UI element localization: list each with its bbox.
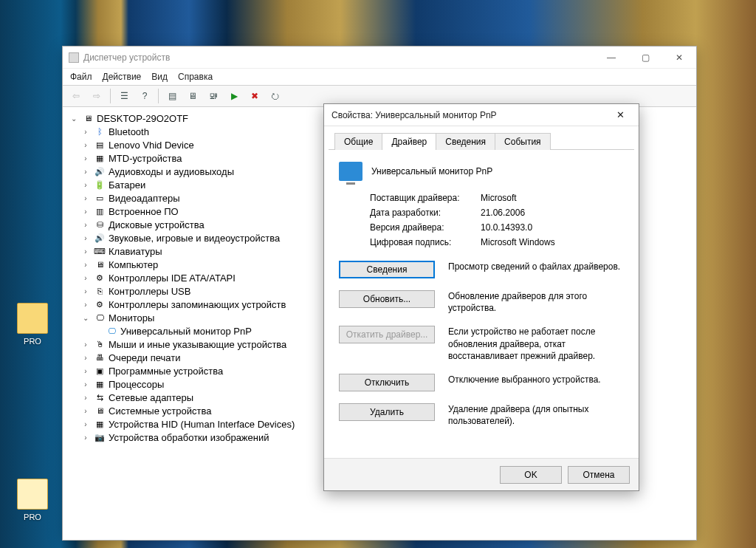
close-button[interactable]: ✕ [609, 109, 631, 120]
expander-icon[interactable]: › [80, 286, 91, 296]
desktop-icon-label: PRO [10, 513, 55, 521]
disable-desc: Отключение выбранного устройства. [448, 374, 624, 386]
expander-icon[interactable]: › [80, 206, 91, 216]
dialog-title-bar[interactable]: Свойства: Универсальный монитор PnP ✕ [324, 104, 639, 126]
close-button[interactable]: ✕ [662, 47, 696, 69]
ok-button[interactable]: OK [500, 466, 562, 484]
tab-bar: Общие Драйвер Сведения События [329, 126, 634, 150]
expander-icon[interactable]: › [80, 126, 91, 137]
expander-icon[interactable]: ⌄ [69, 113, 79, 123]
rollback-driver-button: Откатить драйвер... [339, 326, 435, 343]
maximize-button[interactable]: ▢ [628, 47, 662, 69]
menu-view[interactable]: Вид [151, 72, 168, 82]
software-icon: ▣ [94, 366, 106, 376]
cancel-button[interactable]: Отмена [568, 466, 630, 484]
update-driver-icon[interactable]: 🖳 [205, 88, 222, 104]
expander-icon[interactable]: › [80, 392, 91, 403]
tab-driver[interactable]: Драйвер [382, 133, 436, 150]
expander-icon[interactable]: › [80, 259, 91, 270]
expander-icon[interactable]: › [80, 193, 91, 203]
update-driver-desc: Обновление драйверов для этого устройств… [448, 290, 624, 314]
expander-icon[interactable]: › [80, 179, 91, 190]
desktop-icon[interactable]: PRO [10, 479, 55, 521]
expander-icon[interactable]: › [80, 299, 91, 309]
dialog-body: Универсальный монитор PnP Поставщик драй… [324, 150, 639, 458]
battery-icon: 🔋 [94, 179, 106, 190]
folder-icon [17, 303, 48, 334]
uninstall-button[interactable]: Удалить [339, 403, 435, 421]
driver-details-desc: Просмотр сведений о файлах драйверов. [448, 261, 624, 273]
window-title: Диспетчер устройств [83, 52, 170, 63]
expander-icon[interactable]: › [80, 432, 91, 442]
desktop-icon[interactable]: PRO [10, 303, 55, 346]
forward-icon: ⇨ [88, 88, 106, 104]
expander-icon[interactable]: › [80, 339, 91, 349]
menu-action[interactable]: Действие [103, 72, 142, 82]
scan-icon[interactable]: 🖥 [184, 88, 202, 104]
expander-icon[interactable]: › [80, 273, 91, 283]
dialog-title: Свойства: Универсальный монитор PnP [331, 110, 497, 120]
display-adapter-icon: ▭ [94, 193, 106, 203]
rollback-driver-desc: Если устройство не работает после обновл… [448, 326, 624, 362]
printer-icon: 🖶 [94, 352, 106, 363]
monitor-icon: 🖵 [106, 326, 117, 336]
usb-icon: ⎘ [94, 286, 106, 296]
storage-icon: ⚙ [94, 299, 106, 309]
menu-bar: Файл Действие Вид Справка [63, 69, 696, 85]
uninstall-desc: Удаление драйвера (для опытных пользоват… [448, 403, 624, 427]
device-icon: ▤ [94, 140, 106, 150]
computer-icon: 🖥 [82, 113, 94, 123]
help-icon[interactable]: ? [136, 88, 154, 104]
monitor-icon: 🖵 [94, 312, 106, 323]
dialog-footer: OK Отмена [324, 458, 639, 490]
controller-icon: ⚙ [94, 273, 106, 283]
show-hide-icon[interactable]: ☰ [115, 88, 133, 104]
minimize-button[interactable]: — [594, 47, 628, 69]
bluetooth-icon: ᛒ [94, 126, 106, 137]
cpu-icon: ▦ [94, 379, 106, 389]
firmware-icon: ▥ [94, 206, 106, 216]
hid-icon: ▦ [94, 419, 106, 429]
expander-icon[interactable]: › [80, 352, 91, 363]
properties-dialog: Свойства: Универсальный монитор PnP ✕ Об… [323, 103, 639, 491]
driver-details-button[interactable]: Сведения [339, 261, 435, 278]
back-icon: ⇦ [67, 88, 85, 104]
tab-general[interactable]: Общие [334, 133, 382, 150]
monitor-icon [339, 162, 362, 181]
update-driver-button[interactable]: Обновить... [339, 290, 435, 308]
expander-icon[interactable]: ⌄ [80, 312, 91, 323]
app-icon [69, 52, 79, 63]
imaging-icon: 📷 [94, 432, 106, 442]
value-provider: Microsoft [481, 193, 517, 203]
label-signer: Цифровая подпись: [370, 237, 481, 247]
uninstall-icon[interactable]: ✖ [246, 88, 264, 104]
label-provider: Поставщик драйвера: [370, 193, 481, 203]
label-version: Версия драйвера: [370, 222, 481, 233]
menu-help[interactable]: Справка [178, 72, 213, 82]
expander-icon[interactable]: › [80, 366, 91, 376]
enable-icon[interactable]: ▶ [225, 88, 243, 104]
disable-button[interactable]: Отключить [339, 374, 435, 391]
expander-icon[interactable]: › [80, 405, 91, 416]
value-signer: Microsoft Windows [481, 237, 555, 247]
menu-file[interactable]: Файл [70, 72, 92, 82]
expander-icon[interactable]: › [80, 153, 91, 163]
expander-icon[interactable]: › [80, 166, 91, 177]
refresh-icon[interactable]: ⭮ [267, 88, 284, 104]
tab-events[interactable]: События [495, 133, 551, 150]
expander-icon[interactable]: › [80, 140, 91, 150]
expander-icon[interactable]: › [80, 379, 91, 389]
properties-icon[interactable]: ▤ [163, 88, 181, 104]
desktop-icon-label: PRO [10, 337, 55, 346]
title-bar[interactable]: Диспетчер устройств — ▢ ✕ [63, 47, 696, 69]
chip-icon: ▦ [94, 153, 106, 163]
value-date: 21.06.2006 [481, 208, 525, 218]
tab-details[interactable]: Сведения [436, 133, 495, 150]
expander-icon[interactable]: › [80, 233, 91, 243]
network-icon: ⇆ [94, 392, 106, 403]
computer-icon: 🖥 [94, 259, 106, 270]
keyboard-icon: ⌨ [94, 246, 106, 256]
expander-icon[interactable]: › [80, 246, 91, 256]
expander-icon[interactable]: › [80, 419, 91, 429]
expander-icon[interactable]: › [80, 219, 91, 230]
